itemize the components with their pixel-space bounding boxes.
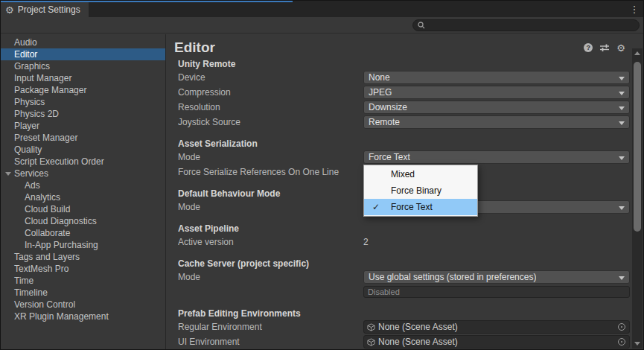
ui-environment-object-field[interactable]: None (Scene Asset): [363, 335, 630, 349]
sidebar-item-timeline[interactable]: Timeline: [1, 287, 165, 299]
compression-dropdown[interactable]: JPEG: [363, 86, 630, 99]
sidebar-item-label: Collaborate: [25, 228, 70, 238]
field-control: Downsize: [363, 101, 630, 114]
sidebar-item-label: Analytics: [25, 192, 60, 203]
sidebar-item-script-execution-order[interactable]: Script Execution Order: [1, 156, 165, 168]
dropdown-value: Remote: [369, 117, 400, 127]
dropdown-value: Use global settings (stored in preferenc…: [369, 272, 536, 282]
object-field-value: None (Scene Asset): [378, 322, 458, 332]
vertical-scrollbar[interactable]: [632, 48, 643, 349]
gear-icon[interactable]: ⚙: [616, 43, 625, 53]
panel-header: Editor ? ⚙: [167, 34, 643, 57]
regular-environment-object-field[interactable]: None (Scene Asset): [363, 320, 630, 334]
sidebar-item-physics[interactable]: Physics: [1, 96, 165, 108]
row-ui-environment: UI EnvironmentNone (Scene Asset): [178, 334, 628, 349]
sidebar-item-services[interactable]: Services: [1, 168, 165, 179]
object-picker-icon[interactable]: [618, 338, 625, 346]
sidebar-item-ads[interactable]: Ads: [1, 179, 165, 191]
sidebar-item-in-app-purchasing[interactable]: In-App Purchasing: [1, 239, 165, 251]
sidebar-item-input-manager[interactable]: Input Manager: [1, 72, 165, 84]
chevron-down-icon: [619, 92, 625, 95]
sidebar-item-package-manager[interactable]: Package Manager: [1, 84, 165, 96]
field-control: None (Scene Asset): [363, 320, 630, 334]
search-icon: [418, 22, 425, 29]
scene-asset-icon: [367, 338, 375, 346]
field-label: Compression: [178, 87, 363, 98]
sidebar-item-audio[interactable]: Audio: [1, 36, 165, 48]
sidebar-item-label: Script Execution Order: [14, 156, 104, 167]
field-label: Mode: [178, 202, 363, 212]
sidebar-item-label: Cloud Build: [25, 204, 70, 214]
help-icon[interactable]: ?: [584, 43, 593, 52]
dropdown-value: Downsize: [369, 102, 407, 112]
window-menu-icon[interactable]: ⋮: [628, 1, 640, 17]
row-active-version: Active version2: [178, 235, 628, 249]
checkmark-icon: ✓: [372, 199, 380, 215]
sidebar-item-graphics[interactable]: Graphics: [1, 60, 165, 72]
popup-option-label: Force Text: [391, 202, 433, 212]
search-input[interactable]: [428, 20, 634, 31]
sidebar-item-xr-plugin-management[interactable]: XR Plugin Management: [1, 311, 165, 322]
mode-dropdown[interactable]: Use global settings (stored in preferenc…: [363, 270, 630, 284]
object-picker-icon[interactable]: [618, 323, 625, 331]
sidebar-item-editor[interactable]: Editor: [1, 48, 165, 60]
disabled-textfield[interactable]: Disabled: [363, 286, 630, 298]
device-dropdown[interactable]: None: [363, 71, 630, 84]
sidebar-item-label: In-App Purchasing: [25, 240, 98, 250]
dropdown-value: None: [369, 72, 390, 83]
row-disabled: Disabled: [178, 284, 628, 299]
field-control: Use global settings (stored in preferenc…: [363, 270, 630, 284]
field-label: Force Serialize References On One Line: [178, 167, 363, 177]
dropdown-value: JPEG: [369, 87, 392, 98]
mode-dropdown[interactable]: Force Text: [363, 150, 630, 164]
popup-option-mixed[interactable]: Mixed: [364, 166, 477, 182]
project-settings-window: ⚙ Project Settings ⋮ AudioEditorGraphics…: [0, 0, 644, 350]
section-title: Asset Serialization: [178, 139, 628, 150]
joystick-source-dropdown[interactable]: Remote: [363, 115, 630, 129]
resolution-dropdown[interactable]: Downsize: [363, 101, 630, 114]
scrollbar-thumb[interactable]: [634, 62, 641, 232]
section-title: Unity Remote: [178, 59, 628, 70]
sidebar-item-player[interactable]: Player: [1, 120, 165, 132]
field-control: Remote: [363, 115, 630, 129]
sidebar-item-textmesh-pro[interactable]: TextMesh Pro: [1, 263, 165, 275]
sidebar-item-label: Tags and Layers: [14, 252, 80, 262]
sidebar-item-label: Version Control: [14, 299, 75, 310]
field-label: Resolution: [178, 102, 363, 112]
sidebar-item-analytics[interactable]: Analytics: [1, 191, 165, 203]
sidebar-item-label: Physics: [14, 97, 45, 107]
sidebar-item-cloud-build[interactable]: Cloud Build: [1, 203, 165, 215]
scroll-down-arrow-icon[interactable]: [632, 339, 643, 349]
search-box[interactable]: [412, 19, 640, 31]
sidebar-item-label: Timeline: [14, 287, 48, 298]
field-label: Active version: [178, 237, 363, 247]
sidebar-item-label: Preset Manager: [14, 133, 77, 143]
sidebar-item-version-control[interactable]: Version Control: [1, 299, 165, 311]
sidebar-item-label: Player: [14, 121, 39, 131]
chevron-down-icon: [619, 206, 625, 210]
section-title: Asset Pipeline: [178, 223, 628, 235]
sidebar-item-physics-2d[interactable]: Physics 2D: [1, 108, 165, 120]
sidebar-item-cloud-diagnostics[interactable]: Cloud Diagnostics: [1, 215, 165, 227]
field-label: Device: [178, 72, 363, 83]
popup-option-force-text[interactable]: ✓Force Text: [364, 199, 477, 215]
field-label: Mode: [178, 272, 363, 282]
presets-icon[interactable]: [599, 43, 610, 52]
foldout-open-icon[interactable]: [5, 172, 11, 176]
tab-project-settings[interactable]: ⚙ Project Settings: [1, 2, 89, 17]
textfield-value: Disabled: [368, 287, 400, 296]
sidebar-item-time[interactable]: Time: [1, 275, 165, 287]
popup-option-force-binary[interactable]: Force Binary: [364, 182, 477, 199]
section-asset-pipeline: Asset PipelineActive version2: [178, 223, 628, 249]
sidebar-item-quality[interactable]: Quality: [1, 144, 165, 156]
row-mode: ModeUse global settings (stored in prefe…: [178, 270, 628, 284]
sidebar-item-tags-and-layers[interactable]: Tags and Layers: [1, 251, 165, 263]
sidebar-item-label: Ads: [25, 180, 40, 191]
sidebar-item-preset-manager[interactable]: Preset Manager: [1, 132, 165, 144]
scroll-up-arrow-icon[interactable]: [632, 48, 643, 58]
sidebar-item-collaborate[interactable]: Collaborate: [1, 227, 165, 239]
row-resolution: ResolutionDownsize: [178, 100, 628, 115]
serialization-mode-popup: MixedForce Binary✓Force Text: [363, 165, 478, 217]
sidebar-item-label: XR Plugin Management: [14, 311, 109, 322]
sidebar-item-label: Physics 2D: [14, 109, 59, 119]
